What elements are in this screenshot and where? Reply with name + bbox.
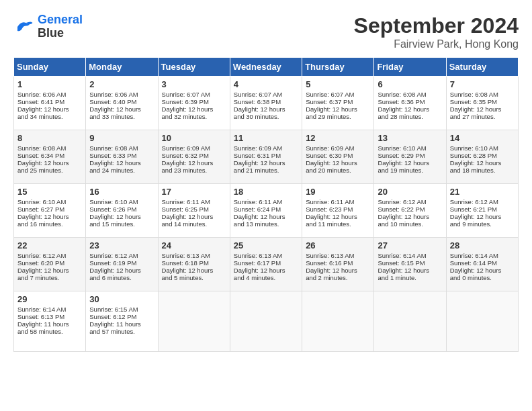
calendar-header-row: Sunday Monday Tuesday Wednesday Thursday…: [14, 58, 519, 77]
day-number: 5: [306, 79, 370, 89]
page-header: General Blue September 2024 Fairview Par…: [13, 13, 519, 50]
logo-line1: General: [38, 13, 83, 26]
day-content: Sunset: 6:31 PM: [234, 152, 298, 159]
table-row: 4Sunrise: 6:07 AMSunset: 6:38 PMDaylight…: [230, 77, 302, 130]
day-content: Sunset: 6:41 PM: [17, 98, 82, 105]
day-content: and 0 minutes.: [450, 274, 515, 281]
day-content: Sunrise: 6:15 AM: [89, 306, 154, 313]
day-content: Daylight: 12 hours: [234, 267, 298, 274]
day-content: Sunrise: 6:14 AM: [17, 306, 82, 313]
table-row: 30Sunrise: 6:15 AMSunset: 6:12 PMDayligh…: [86, 291, 158, 352]
day-content: Daylight: 12 hours: [89, 213, 154, 220]
day-number: 19: [306, 187, 370, 197]
day-content: Sunset: 6:38 PM: [234, 98, 298, 105]
day-content: and 11 minutes.: [306, 220, 370, 228]
day-content: Daylight: 12 hours: [306, 159, 370, 167]
day-content: Sunrise: 6:06 AM: [89, 91, 154, 98]
table-row: 18Sunrise: 6:11 AMSunset: 6:24 PMDayligh…: [230, 184, 302, 238]
day-number: 25: [234, 240, 298, 250]
day-content: and 34 minutes.: [17, 113, 82, 120]
day-content: Sunset: 6:32 PM: [162, 152, 226, 159]
table-row: 28Sunrise: 6:14 AMSunset: 6:14 PMDayligh…: [446, 238, 518, 291]
day-content: Daylight: 12 hours: [17, 105, 82, 113]
day-content: Sunrise: 6:10 AM: [450, 144, 515, 152]
table-row: [158, 291, 230, 352]
day-number: 29: [17, 294, 82, 304]
day-content: Sunset: 6:14 PM: [450, 259, 515, 267]
calendar-week-row: 22Sunrise: 6:12 AMSunset: 6:20 PMDayligh…: [14, 238, 519, 291]
day-content: Sunrise: 6:12 AM: [450, 198, 515, 205]
day-content: and 29 minutes.: [306, 113, 370, 120]
day-content: Daylight: 12 hours: [162, 105, 226, 113]
table-row: 12Sunrise: 6:09 AMSunset: 6:30 PMDayligh…: [302, 130, 374, 184]
header-monday: Monday: [86, 58, 158, 77]
day-number: 30: [89, 294, 154, 304]
day-content: Sunrise: 6:12 AM: [378, 198, 442, 205]
logo-line2: Blue: [38, 27, 83, 40]
day-content: and 20 minutes.: [306, 167, 370, 174]
day-number: 23: [89, 240, 154, 250]
day-content: Sunrise: 6:09 AM: [234, 144, 298, 152]
day-content: and 13 minutes.: [234, 220, 298, 228]
day-content: Sunset: 6:28 PM: [450, 152, 515, 159]
day-number: 27: [378, 240, 442, 250]
day-content: Sunset: 6:36 PM: [378, 98, 442, 105]
day-content: and 57 minutes.: [89, 328, 154, 335]
day-content: and 30 minutes.: [234, 113, 298, 120]
day-content: Daylight: 12 hours: [306, 267, 370, 274]
day-content: Daylight: 12 hours: [378, 105, 442, 113]
table-row: 26Sunrise: 6:13 AMSunset: 6:16 PMDayligh…: [302, 238, 374, 291]
day-content: Daylight: 12 hours: [306, 105, 370, 113]
day-content: Sunset: 6:15 PM: [378, 259, 442, 267]
day-content: Daylight: 12 hours: [450, 267, 515, 274]
day-content: Sunset: 6:40 PM: [89, 98, 154, 105]
table-row: 27Sunrise: 6:14 AMSunset: 6:15 PMDayligh…: [374, 238, 446, 291]
day-number: 24: [162, 240, 226, 250]
table-row: 7Sunrise: 6:08 AMSunset: 6:35 PMDaylight…: [446, 77, 518, 130]
day-content: and 18 minutes.: [450, 167, 515, 174]
day-content: Sunrise: 6:11 AM: [306, 198, 370, 205]
day-content: Sunset: 6:18 PM: [162, 259, 226, 267]
day-content: Daylight: 12 hours: [17, 213, 82, 220]
day-content: Daylight: 12 hours: [89, 105, 154, 113]
day-content: Sunrise: 6:10 AM: [89, 198, 154, 205]
table-row: 21Sunrise: 6:12 AMSunset: 6:21 PMDayligh…: [446, 184, 518, 238]
table-row: [374, 291, 446, 352]
day-content: Sunrise: 6:06 AM: [17, 91, 82, 98]
day-number: 17: [162, 187, 226, 197]
table-row: 20Sunrise: 6:12 AMSunset: 6:22 PMDayligh…: [374, 184, 446, 238]
day-content: Sunset: 6:34 PM: [17, 152, 82, 159]
day-content: Daylight: 12 hours: [234, 105, 298, 113]
day-content: and 2 minutes.: [306, 274, 370, 281]
day-content: Daylight: 12 hours: [89, 159, 154, 167]
day-number: 4: [234, 79, 298, 89]
day-content: and 16 minutes.: [17, 220, 82, 228]
table-row: 14Sunrise: 6:10 AMSunset: 6:28 PMDayligh…: [446, 130, 518, 184]
day-content: Sunset: 6:27 PM: [17, 205, 82, 213]
day-content: Sunset: 6:25 PM: [162, 205, 226, 213]
day-number: 8: [17, 133, 82, 143]
day-content: Sunrise: 6:12 AM: [17, 252, 82, 259]
day-number: 16: [89, 187, 154, 197]
day-content: Daylight: 12 hours: [450, 159, 515, 167]
day-content: and 25 minutes.: [17, 167, 82, 174]
day-number: 1: [17, 79, 82, 89]
month-title: September 2024: [354, 13, 519, 38]
table-row: 10Sunrise: 6:09 AMSunset: 6:32 PMDayligh…: [158, 130, 230, 184]
day-content: and 7 minutes.: [17, 274, 82, 281]
calendar-week-row: 1Sunrise: 6:06 AMSunset: 6:41 PMDaylight…: [14, 77, 519, 130]
table-row: 8Sunrise: 6:08 AMSunset: 6:34 PMDaylight…: [14, 130, 86, 184]
day-content: Daylight: 12 hours: [450, 213, 515, 220]
day-content: and 6 minutes.: [89, 274, 154, 281]
table-row: [302, 291, 374, 352]
day-content: Sunset: 6:23 PM: [306, 205, 370, 213]
day-content: Sunrise: 6:08 AM: [17, 144, 82, 152]
table-row: 29Sunrise: 6:14 AMSunset: 6:13 PMDayligh…: [14, 291, 86, 352]
table-row: [446, 291, 518, 352]
table-row: 2Sunrise: 6:06 AMSunset: 6:40 PMDaylight…: [86, 77, 158, 130]
day-content: Sunrise: 6:08 AM: [450, 91, 515, 98]
day-content: and 33 minutes.: [89, 113, 154, 120]
day-content: Sunrise: 6:12 AM: [89, 252, 154, 259]
location-title: Fairview Park, Hong Kong: [354, 38, 519, 50]
day-number: 3: [162, 79, 226, 89]
